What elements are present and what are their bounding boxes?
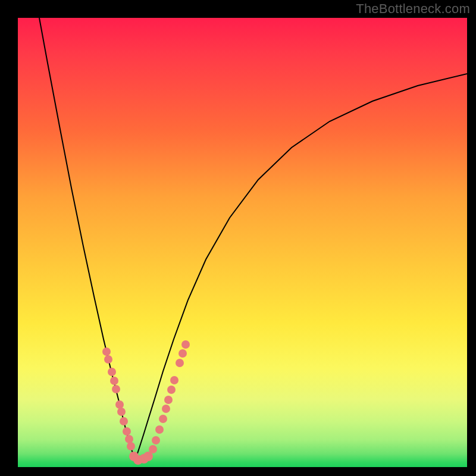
data-marker [123, 427, 131, 436]
data-marker [176, 359, 184, 367]
data-marker [159, 415, 167, 423]
data-marker [108, 368, 116, 376]
watermark-text: TheBottleneck.com [356, 1, 470, 17]
chart-frame: TheBottleneck.com [0, 0, 476, 476]
curve-svg [18, 18, 467, 467]
data-marker [170, 376, 178, 384]
data-marker [117, 408, 126, 416]
data-marker [120, 417, 128, 425]
curve-left-branch [39, 18, 135, 461]
data-marker [149, 445, 157, 453]
data-markers [102, 340, 190, 465]
data-marker [127, 442, 135, 450]
data-marker [152, 436, 160, 444]
data-marker [115, 400, 124, 409]
data-marker [164, 396, 173, 404]
curve-right-branch [135, 74, 467, 461]
data-marker [162, 405, 170, 413]
data-marker [125, 435, 133, 443]
data-marker [178, 349, 187, 358]
data-marker [112, 385, 120, 393]
data-marker [155, 425, 164, 434]
data-marker [181, 340, 190, 349]
data-marker [104, 355, 112, 364]
data-marker [167, 386, 176, 394]
data-marker [102, 347, 111, 356]
plot-area [18, 18, 467, 467]
data-marker [110, 377, 118, 385]
